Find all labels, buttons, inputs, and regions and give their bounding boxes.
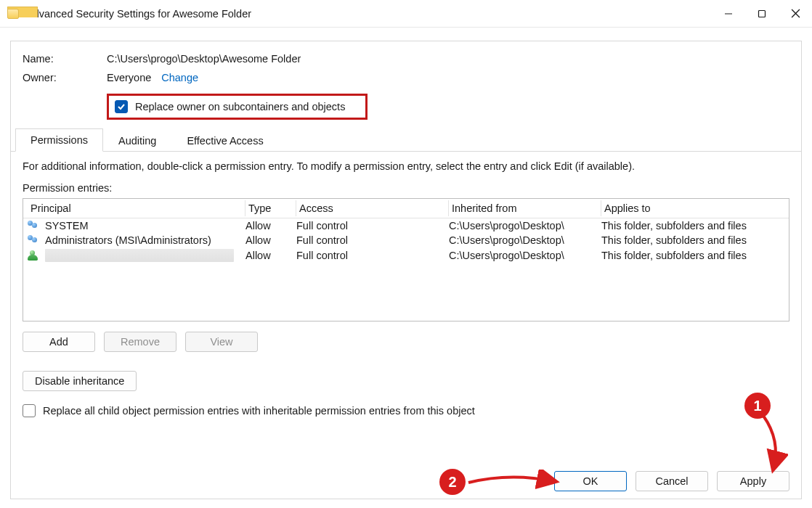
replace-child-checkbox[interactable]: [23, 404, 36, 417]
cell-type: Allow: [245, 220, 296, 232]
view-button: View: [185, 332, 258, 352]
principal-name: Administrators (MSI\Administrators): [45, 234, 211, 246]
principal-name: SYSTEM: [45, 220, 89, 232]
permission-entries-caption: Permission entries:: [23, 182, 789, 194]
change-owner-link[interactable]: Change: [161, 72, 198, 83]
minimize-button[interactable]: [712, 0, 745, 28]
cell-inherited: C:\Users\progo\Desktop\: [449, 250, 601, 261]
cancel-button[interactable]: Cancel: [636, 471, 708, 491]
cell-inherited: C:\Users\progo\Desktop\: [449, 234, 601, 246]
callout-1: 1: [744, 393, 771, 419]
tab-permissions[interactable]: Permissions: [15, 128, 103, 152]
col-inherited[interactable]: Inherited from: [449, 200, 601, 216]
cell-inherited: C:\Users\progo\Desktop\: [449, 220, 601, 232]
tab-auditing[interactable]: Auditing: [103, 129, 171, 152]
cell-access: Full control: [296, 220, 449, 232]
arrow-2-icon: [466, 470, 560, 494]
tab-effective-access[interactable]: Effective Access: [171, 129, 278, 152]
cell-applies: This folder, subfolders and files: [601, 250, 784, 261]
replace-child-label: Replace all child object permission entr…: [43, 405, 475, 417]
col-access[interactable]: Access: [296, 200, 449, 216]
table-row[interactable]: Administrators (MSI\Administrators) Allo…: [23, 233, 789, 247]
col-principal[interactable]: Principal: [28, 200, 245, 216]
table-row[interactable]: Allow Full control C:\Users\progo\Deskto…: [23, 247, 789, 263]
tabs: Permissions Auditing Effective Access: [11, 127, 801, 152]
ok-button[interactable]: OK: [554, 471, 627, 491]
table-header: Principal Type Access Inherited from App…: [23, 199, 789, 218]
user-icon: [28, 250, 41, 261]
svg-rect-1: [759, 10, 766, 17]
apply-button[interactable]: Apply: [717, 471, 789, 491]
cell-type: Allow: [245, 234, 296, 246]
group-icon: [28, 235, 41, 245]
close-button[interactable]: [779, 0, 812, 28]
col-applies[interactable]: Applies to: [601, 200, 784, 216]
group-icon: [28, 221, 41, 231]
folder-icon: [7, 9, 19, 19]
name-label: Name:: [23, 53, 107, 65]
add-button[interactable]: Add: [23, 332, 95, 352]
arrow-1-icon: [737, 411, 788, 477]
maximize-button[interactable]: [745, 0, 779, 28]
permissions-table[interactable]: Principal Type Access Inherited from App…: [23, 198, 789, 321]
cell-applies: This folder, subfolders and files: [601, 234, 784, 246]
cell-access: Full control: [296, 234, 449, 246]
titlebar: Advanced Security Settings for Awesome F…: [0, 0, 812, 28]
name-value: C:\Users\progo\Desktop\Awesome Folder: [107, 53, 301, 65]
disable-inheritance-button[interactable]: Disable inheritance: [23, 371, 137, 391]
replace-owner-label: Replace owner on subcontainers and objec…: [135, 101, 345, 112]
main-panel: Name: C:\Users\progo\Desktop\Awesome Fol…: [10, 41, 802, 499]
col-type[interactable]: Type: [245, 200, 296, 216]
window-title: Advanced Security Settings for Awesome F…: [26, 8, 251, 20]
owner-label: Owner:: [23, 72, 107, 83]
cell-applies: This folder, subfolders and files: [601, 220, 784, 232]
callout-2: 2: [439, 469, 466, 495]
highlighted-checkbox-area: Replace owner on subcontainers and objec…: [107, 94, 368, 120]
table-row[interactable]: SYSTEM Allow Full control C:\Users\progo…: [23, 218, 789, 233]
info-text: For additional information, double-click…: [23, 160, 789, 172]
principal-name-redacted: [45, 249, 234, 262]
cell-type: Allow: [245, 250, 296, 261]
remove-button: Remove: [104, 332, 176, 352]
replace-owner-checkbox[interactable]: [115, 100, 128, 113]
cell-access: Full control: [296, 250, 449, 261]
owner-value: Everyone: [107, 72, 151, 83]
